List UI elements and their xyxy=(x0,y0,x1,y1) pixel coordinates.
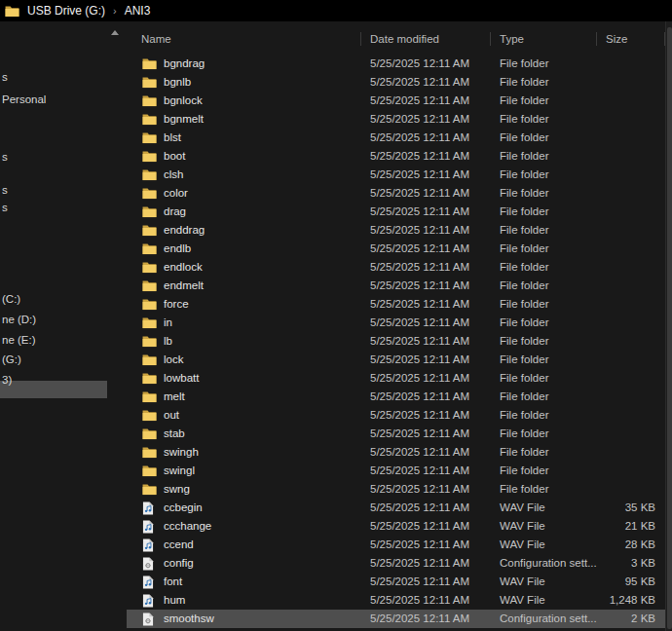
vertical-scrollbar[interactable] xyxy=(665,21,672,631)
table-row[interactable]: swng5/25/2025 12:11 AMFile folder xyxy=(127,480,665,499)
file-name-cell[interactable]: endlb xyxy=(127,240,361,258)
table-row[interactable]: ccend5/25/2025 12:11 AMWAV File28 KB xyxy=(127,536,665,554)
table-row[interactable]: enddrag5/25/2025 12:11 AMFile folder xyxy=(127,221,665,240)
sidebar-item[interactable]: ne (E:) xyxy=(2,334,36,346)
table-row[interactable]: bgndrag5/25/2025 12:11 AMFile folder xyxy=(127,55,665,73)
scroll-up-arrow-icon[interactable] xyxy=(111,30,119,35)
table-row[interactable]: smoothsw5/25/2025 12:11 AMConfiguration … xyxy=(127,610,665,628)
sidebar-item[interactable]: 3) xyxy=(2,374,12,386)
file-size-cell: 1,248 KB xyxy=(597,591,665,610)
file-name-cell[interactable]: lb xyxy=(127,332,361,351)
file-size-cell xyxy=(597,240,665,258)
table-row[interactable]: config5/25/2025 12:11 AMConfiguration se… xyxy=(127,554,665,573)
table-row[interactable]: bgnmelt5/25/2025 12:11 AMFile folder xyxy=(127,110,665,129)
table-row[interactable]: force5/25/2025 12:11 AMFile folder xyxy=(127,295,665,314)
file-name-label: enddrag xyxy=(164,221,205,240)
table-row[interactable]: endlb5/25/2025 12:11 AMFile folder xyxy=(127,240,665,258)
table-row[interactable]: out5/25/2025 12:11 AMFile folder xyxy=(127,406,665,425)
file-name-cell[interactable]: drag xyxy=(127,203,361,221)
column-header-date-modified[interactable]: Date modified xyxy=(361,27,491,51)
sidebar-item[interactable]: s xyxy=(2,71,8,83)
file-name-cell[interactable]: bgnlock xyxy=(127,92,361,110)
nav-scrollbar[interactable] xyxy=(109,27,121,41)
file-name-cell[interactable]: blst xyxy=(127,129,361,147)
file-name-label: bgndrag xyxy=(164,55,205,73)
file-name-cell[interactable]: config xyxy=(127,554,361,573)
file-name-cell[interactable]: lowbatt xyxy=(127,369,361,388)
file-name-cell[interactable]: in xyxy=(127,314,361,332)
file-name-cell[interactable]: swingl xyxy=(127,462,361,480)
file-size-cell xyxy=(597,480,665,499)
file-name-cell[interactable]: color xyxy=(127,184,361,203)
sidebar-item[interactable]: s xyxy=(2,184,8,196)
table-row[interactable]: endmelt5/25/2025 12:11 AMFile folder xyxy=(127,277,665,295)
file-type-cell: File folder xyxy=(491,462,597,480)
file-name-label: drag xyxy=(164,203,186,221)
table-row[interactable]: endlock5/25/2025 12:11 AMFile folder xyxy=(127,258,665,277)
table-row[interactable]: melt5/25/2025 12:11 AMFile folder xyxy=(127,388,665,406)
file-type-cell: File folder xyxy=(491,351,597,369)
file-name-cell[interactable]: ccend xyxy=(127,536,361,554)
sidebar-item[interactable]: (C:) xyxy=(2,293,20,305)
folder-icon xyxy=(142,445,158,460)
table-row[interactable]: lb5/25/2025 12:11 AMFile folder xyxy=(127,332,665,351)
sidebar-item[interactable]: s xyxy=(2,202,8,213)
table-row[interactable]: lock5/25/2025 12:11 AMFile folder xyxy=(127,351,665,369)
breadcrumb-item-current[interactable]: ANI3 xyxy=(125,4,151,18)
file-name-cell[interactable]: enddrag xyxy=(127,221,361,240)
table-row[interactable]: drag5/25/2025 12:11 AMFile folder xyxy=(127,203,665,221)
table-row[interactable]: lowbatt5/25/2025 12:11 AMFile folder xyxy=(127,369,665,388)
column-header-type[interactable]: Type xyxy=(491,27,597,51)
folder-icon xyxy=(142,75,158,90)
file-name-cell[interactable]: font xyxy=(127,573,361,591)
file-name-cell[interactable]: clsh xyxy=(127,166,361,184)
file-name-label: ccchange xyxy=(164,517,211,536)
table-row[interactable]: clsh5/25/2025 12:11 AMFile folder xyxy=(127,166,665,184)
table-row[interactable]: bgnlb5/25/2025 12:11 AMFile folder xyxy=(127,73,665,92)
file-name-cell[interactable]: lock xyxy=(127,351,361,369)
date-modified-cell: 5/25/2025 12:11 AM xyxy=(361,258,491,277)
table-row[interactable]: swingh5/25/2025 12:11 AMFile folder xyxy=(127,443,665,462)
file-type-cell: File folder xyxy=(491,258,597,277)
file-name-cell[interactable]: swingh xyxy=(127,443,361,462)
sidebar-item[interactable]: (G:) xyxy=(2,353,21,365)
table-row[interactable]: font5/25/2025 12:11 AMWAV File95 KB xyxy=(127,573,665,591)
file-name-cell[interactable]: hum xyxy=(127,591,361,610)
column-header-size[interactable]: Size xyxy=(597,27,665,51)
table-row[interactable]: swingl5/25/2025 12:11 AMFile folder xyxy=(127,462,665,480)
sidebar-selected-item[interactable] xyxy=(0,381,107,398)
vertical-scrollbar-thumb[interactable] xyxy=(667,27,672,629)
breadcrumb-item-drive[interactable]: USB Drive (G:) xyxy=(27,4,105,18)
sidebar-item[interactable]: s xyxy=(2,151,8,163)
file-name-cell[interactable]: bgnlb xyxy=(127,73,361,92)
file-name-cell[interactable]: stab xyxy=(127,425,361,443)
file-name-cell[interactable]: endlock xyxy=(127,258,361,277)
breadcrumb-separator-icon[interactable]: › xyxy=(113,5,117,17)
date-modified-cell: 5/25/2025 12:11 AM xyxy=(361,184,491,203)
file-type-cell: File folder xyxy=(491,203,597,221)
table-row[interactable]: boot5/25/2025 12:11 AMFile folder xyxy=(127,147,665,166)
sidebar-item[interactable]: Personal xyxy=(2,93,46,105)
table-row[interactable]: bgnlock5/25/2025 12:11 AMFile folder xyxy=(127,92,665,110)
table-row[interactable]: in5/25/2025 12:11 AMFile folder xyxy=(127,314,665,332)
table-row[interactable]: hum5/25/2025 12:11 AMWAV File1,248 KB xyxy=(127,591,665,610)
file-name-cell[interactable]: swng xyxy=(127,480,361,499)
file-name-cell[interactable]: bgndrag xyxy=(127,55,361,73)
file-name-cell[interactable]: out xyxy=(127,406,361,425)
file-name-cell[interactable]: bgnmelt xyxy=(127,110,361,129)
file-name-cell[interactable]: melt xyxy=(127,388,361,406)
table-row[interactable]: blst5/25/2025 12:11 AMFile folder xyxy=(127,129,665,147)
file-name-cell[interactable]: boot xyxy=(127,147,361,166)
table-row[interactable]: stab5/25/2025 12:11 AMFile folder xyxy=(127,425,665,443)
file-name-cell[interactable]: endmelt xyxy=(127,277,361,295)
file-name-label: lb xyxy=(164,332,172,351)
file-name-cell[interactable]: force xyxy=(127,295,361,314)
file-name-cell[interactable]: smoothsw xyxy=(127,610,361,628)
sidebar-item[interactable]: ne (D:) xyxy=(2,314,36,325)
table-row[interactable]: color5/25/2025 12:11 AMFile folder xyxy=(127,184,665,203)
file-name-cell[interactable]: ccbegin xyxy=(127,499,361,517)
column-header-name[interactable]: Name xyxy=(127,27,361,51)
file-name-cell[interactable]: ccchange xyxy=(127,517,361,536)
table-row[interactable]: ccchange5/25/2025 12:11 AMWAV File21 KB xyxy=(127,517,665,536)
table-row[interactable]: ccbegin5/25/2025 12:11 AMWAV File35 KB xyxy=(127,499,665,517)
